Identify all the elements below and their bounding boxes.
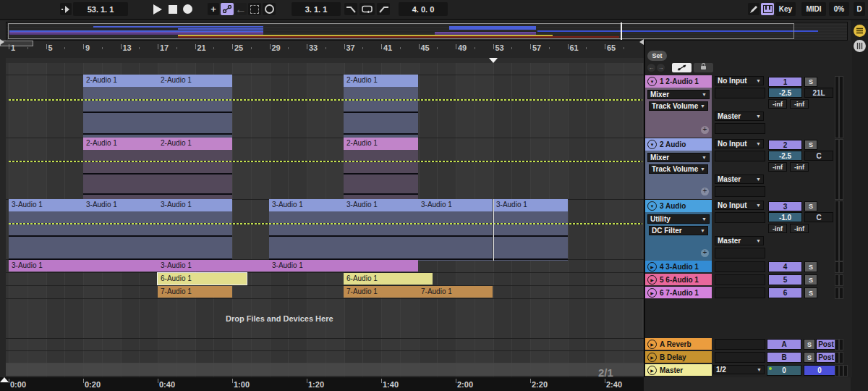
track-title[interactable]: ▶4 3-Audio 1 [645,261,712,272]
return-io-box[interactable] [715,352,765,363]
add-automation-lane-icon[interactable]: + [701,188,709,196]
volume-field[interactable]: -2.5 [768,88,802,98]
audio-clip[interactable]: 2-Audio 1 [158,138,232,199]
input-channel-box[interactable] [715,151,765,161]
audio-clip[interactable]: 2-Audio 1 [344,75,418,138]
audio-clip[interactable]: 2-Audio 1 [158,75,232,138]
pre-post-toggle[interactable]: Post [816,352,836,363]
output-routing-chooser[interactable]: Master▼ [715,112,764,121]
output-routing-chooser[interactable]: Master▼ [715,175,764,184]
unfold-icon[interactable]: ▼ [647,77,657,86]
input-channel-box[interactable] [715,261,765,272]
track-activator-button[interactable]: 5 [768,274,802,285]
device-chooser[interactable]: Mixer▼ [647,90,710,99]
audio-clip[interactable]: 3-Audio 1 [158,260,269,272]
punch-in-icon[interactable] [344,3,357,15]
solo-button[interactable]: S [804,339,815,350]
track-title[interactable]: ▶5 6-Audio 1 [645,274,712,285]
track-activator-button[interactable]: 2 [768,140,802,150]
pre-post-toggle[interactable]: Post [816,339,836,350]
peak-level-left[interactable]: -inf [768,224,787,233]
track-activator-button[interactable]: 1 [768,77,802,87]
track-title[interactable]: ▶6 7-Audio 1 [645,287,712,298]
output-routing-chooser[interactable]: Master▼ [715,236,764,245]
solo-button[interactable]: S [804,140,817,150]
cue-volume-field[interactable]: 0 [767,365,801,376]
peak-level-right[interactable]: -inf [790,99,809,109]
pan-field[interactable]: C [804,151,833,161]
clip-title-bar[interactable]: 7-Audio 1 [344,286,418,298]
device-chooser[interactable]: Mixer▼ [647,153,710,162]
follow-icon[interactable] [60,3,72,15]
clip-title-bar[interactable]: 3-Audio 1 [158,199,232,211]
output-channel-box[interactable] [715,248,765,258]
clip-title-bar[interactable]: 3-Audio 1 [418,199,493,211]
session-record-icon[interactable] [263,3,276,15]
clip-title-bar[interactable]: 2-Audio 1 [158,75,232,87]
automation-breakpoint-line[interactable] [9,99,642,101]
track-activator-button[interactable]: 3 [768,201,802,211]
overview-viewport[interactable] [8,23,794,39]
automation-mode-icon[interactable] [221,3,234,15]
audio-clip[interactable]: 7-Audio 1 [158,286,232,298]
clip-title-bar[interactable]: 7-Audio 1 [418,286,493,298]
capture-midi-icon[interactable] [248,3,261,15]
automation-param-chooser[interactable]: Track Volume▼ [649,164,708,174]
new-live-set-icon[interactable]: + [208,3,219,15]
reenable-automation-icon[interactable]: ← [235,3,247,15]
peak-level-right[interactable]: -inf [790,162,809,172]
clip-title-bar[interactable]: 2-Audio 1 [158,138,232,150]
solo-button[interactable]: S [804,77,817,87]
fold-icon[interactable]: ▶ [647,366,657,375]
set-locator-button[interactable]: Set [647,51,667,61]
clip-title-bar[interactable]: 3-Audio 1 [493,199,568,211]
automation-param-chooser[interactable]: Track Volume▼ [649,101,708,111]
automation-breakpoint-line[interactable] [9,223,642,224]
clip-title-bar[interactable]: 3-Audio 1 [269,199,344,211]
audio-clip[interactable]: 7-Audio 1 [344,286,418,298]
audio-clip[interactable]: 3-Audio 1 [269,260,418,272]
input-routing-chooser[interactable]: No Input▼ [715,76,764,85]
pan-field[interactable]: C [804,212,833,222]
loop-icon[interactable] [359,3,375,15]
loop-length-display[interactable]: 4. 0. 0 [399,2,448,16]
clip-title-bar[interactable]: 2-Audio 1 [344,75,418,87]
fold-icon[interactable]: ▶ [647,262,657,272]
arrangement-canvas[interactable]: 2-Audio 12-Audio 12-Audio 12-Audio 12-Au… [6,63,644,377]
peak-level-left[interactable]: -inf [768,162,787,172]
clip-lanes-icon[interactable] [854,40,866,52]
audio-clip[interactable]: 3-Audio 1 [269,199,344,261]
record-button[interactable] [182,3,194,15]
output-channel-box[interactable] [715,186,765,197]
overdub-indicator[interactable]: D [854,2,865,16]
automation-param-chooser[interactable]: DC Filter▼ [649,226,708,235]
fold-icon[interactable]: ▶ [647,275,657,285]
audio-clip[interactable]: 3-Audio 1 [418,199,493,261]
fold-icon[interactable]: ▶ [647,340,657,349]
solo-button[interactable]: S [804,352,815,363]
audio-clip[interactable]: 3-Audio 1 [344,199,418,261]
fold-icon[interactable]: ▶ [647,288,657,298]
audio-clip[interactable]: 2-Audio 1 [344,138,418,199]
loop-brace[interactable] [0,41,33,46]
master-cue-out-chooser[interactable]: 1/2▼ [713,365,765,374]
track-activator-button[interactable]: 6 [768,287,802,298]
input-channel-box[interactable] [715,212,765,223]
audio-clip[interactable]: 3-Audio 1 [493,199,568,261]
overview-lines-icon[interactable] [854,25,866,37]
master-track-lane[interactable] [6,363,644,376]
arrangement-position-display[interactable]: 53. 1. 1 [73,2,128,16]
input-routing-chooser[interactable]: No Input▼ [715,139,764,148]
track-activator-button[interactable]: 4 [768,261,802,272]
playhead-marker-top[interactable] [489,58,498,63]
peak-level-right[interactable]: -inf [790,224,809,233]
cpu-meter-display[interactable]: 0% [829,2,849,16]
input-channel-box[interactable] [715,287,765,298]
prev-locator-icon[interactable]: ← [647,64,655,72]
clip-title-bar[interactable]: 7-Audio 1 [158,286,232,298]
solo-button[interactable]: S [804,287,817,298]
input-channel-box[interactable] [715,88,765,98]
stop-button[interactable] [167,3,179,15]
pan-field[interactable]: 21L [804,88,833,98]
volume-field[interactable]: -2.5 [768,151,802,161]
